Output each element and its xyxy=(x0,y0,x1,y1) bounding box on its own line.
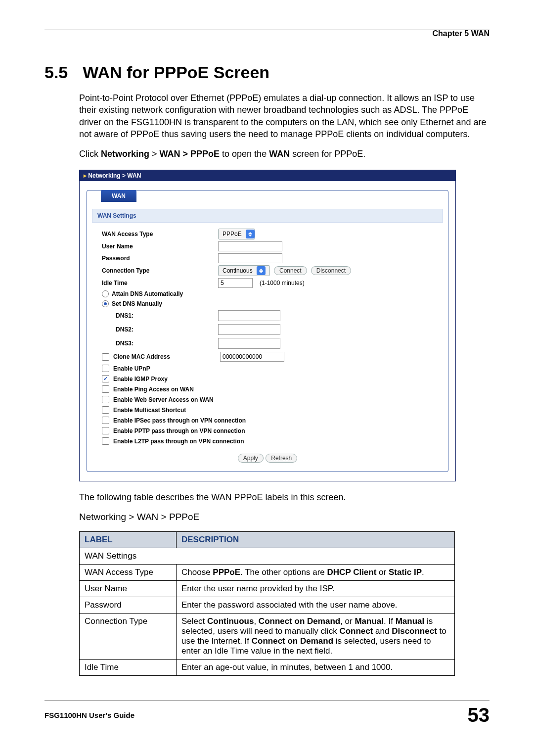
cell: WAN Settings xyxy=(80,548,455,564)
label-idle-time: Idle Time xyxy=(102,280,218,286)
text: Click xyxy=(79,149,101,159)
chapter-header: Chapter 5 WAN xyxy=(44,29,490,38)
user-name-input[interactable] xyxy=(218,241,282,251)
apply-button[interactable]: Apply xyxy=(238,454,264,463)
clone-mac-input[interactable] xyxy=(220,352,284,362)
label-description-table: LABEL DESCRIPTION WAN Settings WAN Acces… xyxy=(79,531,455,676)
checkbox-web[interactable] xyxy=(102,396,109,403)
label-pptp: Enable PPTP pass through on VPN connecti… xyxy=(113,427,245,434)
footer-guide: FSG1100HN User's Guide xyxy=(44,711,134,719)
th-label: LABEL xyxy=(80,531,177,548)
cell: Enter the user name provided by the ISP. xyxy=(177,580,455,597)
table-row: PasswordEnter the password associated wi… xyxy=(80,597,455,613)
table-row: Connection Type Select Continuous, Conne… xyxy=(80,613,455,659)
select-value: PPPoE xyxy=(222,231,242,237)
table-row: Idle TimeEnter an age-out value, in minu… xyxy=(80,659,455,675)
table-caption: Networking > WAN > PPPoE xyxy=(79,512,490,522)
password-input[interactable] xyxy=(218,253,282,263)
wan-settings-header: WAN Settings xyxy=(92,209,443,223)
tab-wan[interactable]: WAN xyxy=(101,190,136,202)
label-web: Enable Web Server Access on WAN xyxy=(113,396,214,403)
dns1-input[interactable] xyxy=(218,310,280,321)
breadcrumb-text: Networking > WAN xyxy=(88,172,141,179)
th-description: DESCRIPTION xyxy=(177,531,455,548)
checkbox-pptp[interactable] xyxy=(102,427,109,434)
checkbox-ipsec[interactable] xyxy=(102,417,109,424)
section-number: 5.5 xyxy=(44,63,68,82)
intro-paragraph: Point-to-Point Protocol over Ethernet (P… xyxy=(79,92,490,140)
breadcrumb: ▸ Networking > WAN xyxy=(80,170,455,181)
chevron-updown-icon xyxy=(257,266,266,275)
chevron-updown-icon xyxy=(246,230,255,238)
table-row: User NameEnter the user name provided by… xyxy=(80,580,455,597)
label-clone-mac: Clone MAC Address xyxy=(113,353,216,360)
radio-attain-dns-auto[interactable] xyxy=(102,290,109,297)
idle-time-hint: (1-1000 minutes) xyxy=(260,280,305,286)
label-ipsec: Enable IPSec pass through on VPN connect… xyxy=(113,417,246,424)
label-user-name: User Name xyxy=(102,243,218,250)
text: screen for PPPoE. xyxy=(290,149,365,159)
label-l2tp: Enable L2TP pass through on VPN connecti… xyxy=(113,438,244,445)
text-bold: WAN > PPPoE xyxy=(160,149,220,159)
label-connection-type: Connection Type xyxy=(102,267,218,274)
dns3-input[interactable] xyxy=(218,338,280,349)
label-multicast: Enable Multicast Shortcut xyxy=(113,407,186,414)
dns2-input[interactable] xyxy=(218,324,280,335)
refresh-button[interactable]: Refresh xyxy=(266,454,297,463)
cell: Select Continuous, Connect on Demand, or… xyxy=(177,613,455,659)
cell: Idle Time xyxy=(80,659,177,675)
section-title: WAN for PPPoE Screen xyxy=(83,63,269,82)
label-dns1: DNS1: xyxy=(116,312,218,319)
table-row: WAN Access Type Choose PPPoE. The other … xyxy=(80,564,455,580)
cell: Choose PPPoE. The other options are DHCP… xyxy=(177,564,455,580)
wan-access-type-select[interactable]: PPPoE xyxy=(218,229,255,239)
label-wan-access-type: WAN Access Type xyxy=(102,231,218,237)
text: to open the xyxy=(220,149,269,159)
wan-pppoe-screenshot: ▸ Networking > WAN WAN WAN Settings WAN … xyxy=(79,170,456,481)
select-value: Continuous xyxy=(222,267,253,274)
checkbox-igmp[interactable] xyxy=(102,375,109,382)
label-password: Password xyxy=(102,255,218,262)
label-dns2: DNS2: xyxy=(116,326,218,333)
cell: User Name xyxy=(80,580,177,597)
radio-set-dns-manual[interactable] xyxy=(102,300,109,307)
cell: Enter an age-out value, in minutes, betw… xyxy=(177,659,455,675)
table-row: WAN Settings xyxy=(80,548,455,564)
cell: WAN Access Type xyxy=(80,564,177,580)
text: > xyxy=(149,149,160,159)
checkbox-clone-mac[interactable] xyxy=(102,353,109,361)
page-number: 53 xyxy=(468,704,490,726)
cell: Password xyxy=(80,597,177,613)
text-bold: Networking xyxy=(101,149,149,159)
checkbox-ping[interactable] xyxy=(102,385,109,393)
idle-time-input[interactable] xyxy=(218,278,253,288)
cell: Enter the password associated with the u… xyxy=(177,597,455,613)
cell: Connection Type xyxy=(80,613,177,659)
label-dns3: DNS3: xyxy=(116,340,218,347)
checkbox-upnp[interactable] xyxy=(102,365,109,372)
table-intro: The following table describes the WAN PP… xyxy=(79,491,490,503)
label-upnp: Enable UPnP xyxy=(113,365,150,372)
disconnect-button[interactable]: Disconnect xyxy=(311,266,351,275)
label-ping: Enable Ping Access on WAN xyxy=(113,386,194,393)
click-instruction: Click Networking > WAN > PPPoE to open t… xyxy=(79,148,490,160)
text-bold: WAN xyxy=(269,149,290,159)
label-igmp: Enable IGMP Proxy xyxy=(113,376,168,382)
checkbox-l2tp[interactable] xyxy=(102,437,109,445)
connection-type-select[interactable]: Continuous xyxy=(218,265,270,276)
connect-button[interactable]: Connect xyxy=(274,266,307,275)
checkbox-multicast[interactable] xyxy=(102,406,109,414)
label-set-dns-manual: Set DNS Manually xyxy=(112,300,162,307)
label-attain-dns-auto: Attain DNS Automatically xyxy=(112,290,183,297)
